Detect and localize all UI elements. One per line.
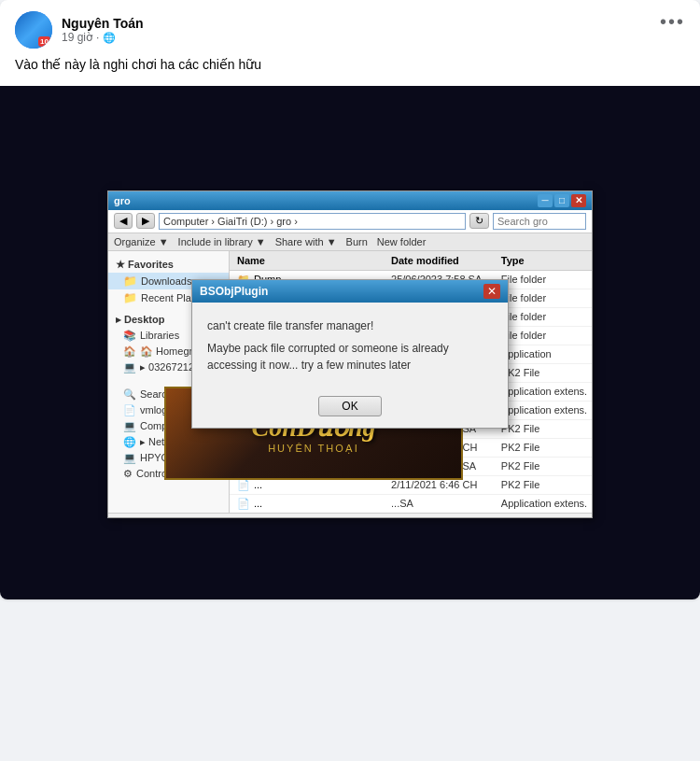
- sidebar-libraries-label: Libraries: [140, 330, 179, 341]
- file-type-cell: Application extens.: [497, 496, 592, 511]
- file-type-cell: File folder: [497, 290, 592, 305]
- dialog-close-button[interactable]: ✕: [483, 284, 500, 299]
- dialog-titlebar: BSObjPlugin ✕: [192, 280, 508, 303]
- dialog-ok-button[interactable]: OK: [318, 396, 381, 416]
- user-info: Nguyên Toán 19 giờ · 🌐: [62, 16, 685, 44]
- explorer-title: gro: [114, 195, 131, 206]
- control-panel-icon: ⚙: [123, 468, 133, 480]
- refresh-button[interactable]: ↻: [469, 213, 489, 229]
- hpyouong-icon: 💻: [123, 452, 136, 464]
- file-type-cell: File folder: [497, 309, 592, 324]
- back-button[interactable]: ◀: [114, 213, 133, 229]
- col-type[interactable]: Type: [497, 253, 592, 268]
- post-header: Nguyên Toán 19 giờ · 🌐 •••: [0, 0, 700, 56]
- dialog-title: BSObjPlugin: [200, 285, 268, 298]
- organize-button[interactable]: Organize ▼: [114, 236, 169, 247]
- folder-icon: 📁: [123, 275, 137, 288]
- file-type-cell: PK2 File: [497, 458, 592, 473]
- game-subtitle: HUYÊN THOẠI: [252, 443, 376, 455]
- file-type-cell: PK2 File: [497, 421, 592, 436]
- file-icon: 📄: [237, 479, 250, 491]
- sidebar-downloads-label: Downloads: [141, 275, 191, 287]
- include-library-button[interactable]: Include in library ▼: [178, 236, 266, 247]
- file-type-cell: PK2 File: [497, 365, 592, 380]
- burn-button[interactable]: Burn: [346, 236, 368, 247]
- post-image: gro ─ □ ✕ ◀ ▶ Computer › GiaiTri (D:) › …: [0, 86, 700, 599]
- post-card: Nguyên Toán 19 giờ · 🌐 ••• Vào thế này l…: [0, 0, 700, 599]
- file-name-cell: 📄 ...: [230, 496, 387, 512]
- separator: ·: [96, 31, 99, 44]
- search-input[interactable]: [493, 213, 586, 230]
- post-meta: 19 giờ · 🌐: [62, 31, 685, 44]
- computer-icon: 💻: [123, 361, 136, 373]
- dialog-message-line2: Maybe pack file corrupted or someone is …: [207, 340, 493, 373]
- address-path[interactable]: Computer › GiaiTri (D:) › gro ›: [159, 213, 466, 230]
- col-name[interactable]: Name: [230, 253, 387, 268]
- file-icon: 📄: [237, 498, 250, 510]
- forward-button[interactable]: ▶: [136, 213, 155, 229]
- dialog-message-line1: can't create file transfer manager!: [207, 317, 493, 334]
- table-row[interactable]: 📄 ... ...SA Application extens.: [230, 495, 592, 513]
- explorer-toolbar: Organize ▼ Include in library ▼ Share wi…: [108, 233, 592, 251]
- privacy-icon: 🌐: [103, 32, 116, 44]
- file-type-cell: File folder: [497, 272, 592, 287]
- share-button[interactable]: Share with ▼: [275, 236, 337, 247]
- vmlogs-icon: 📄: [123, 404, 136, 416]
- dialog-footer: OK: [192, 388, 508, 428]
- libraries-icon: 📚: [123, 330, 136, 342]
- comp-icon: 💻: [123, 420, 136, 432]
- file-type-cell: Application extens.: [497, 384, 592, 399]
- windows-explorer: gro ─ □ ✕ ◀ ▶ Computer › GiaiTri (D:) › …: [107, 190, 593, 518]
- recent-icon: 📁: [123, 291, 137, 304]
- file-type-cell: File folder: [497, 328, 592, 343]
- title-buttons: ─ □ ✕: [538, 194, 586, 207]
- username: Nguyên Toán: [62, 16, 685, 31]
- file-name-text: ...: [254, 498, 262, 509]
- more-options-button[interactable]: •••: [660, 11, 685, 33]
- favorites-header: ★ Favorites: [108, 255, 229, 273]
- explorer-statusbar: [108, 513, 592, 517]
- file-type-cell: PK2 File: [497, 440, 592, 455]
- avatar-image: [15, 11, 52, 49]
- avatar: [15, 11, 52, 49]
- file-type-cell: Application: [497, 346, 592, 361]
- error-dialog: BSObjPlugin ✕ can't create file transfer…: [191, 279, 509, 429]
- post-text: Vào thế này là nghi chơi ha các chiến hữ…: [0, 56, 700, 86]
- file-type-cell: Application extens.: [497, 402, 592, 417]
- searches-icon: 🔍: [123, 388, 136, 401]
- explorer-titlebar: gro ─ □ ✕: [108, 191, 592, 210]
- file-date-cell: ...SA: [387, 496, 497, 511]
- address-bar: ◀ ▶ Computer › GiaiTri (D:) › gro › ↻: [108, 210, 592, 233]
- dialog-body: can't create file transfer manager! Mayb…: [192, 303, 508, 388]
- file-list-header: Name Date modified Type: [230, 251, 592, 271]
- new-folder-button[interactable]: New folder: [377, 236, 427, 247]
- file-name-text: ...: [254, 479, 262, 490]
- network-icon: 🌐: [123, 436, 136, 448]
- file-type-cell: PK2 File: [497, 477, 592, 492]
- close-button[interactable]: ✕: [571, 194, 586, 207]
- screenshot-inner: gro ─ □ ✕ ◀ ▶ Computer › GiaiTri (D:) › …: [89, 162, 611, 518]
- col-date[interactable]: Date modified: [387, 253, 497, 268]
- maximize-button[interactable]: □: [554, 194, 569, 207]
- homegroup-icon: 🏠: [123, 345, 136, 358]
- time-ago: 19 giờ: [62, 31, 92, 44]
- minimize-button[interactable]: ─: [538, 194, 553, 207]
